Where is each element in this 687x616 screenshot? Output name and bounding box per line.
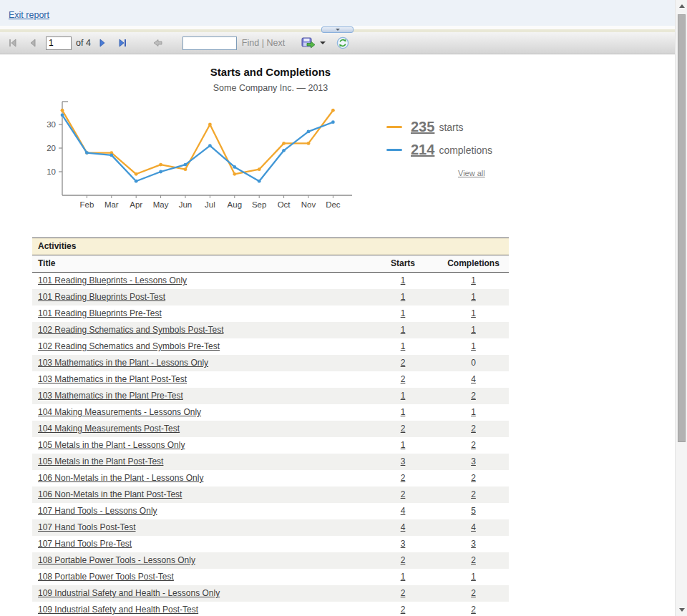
activity-title-link[interactable]: 104 Making Measurements Post-Test [38,424,180,434]
completions-value-link[interactable]: 1 [471,407,476,417]
activity-title-link[interactable]: 104 Making Measurements - Lessons Only [38,407,201,417]
find-link[interactable]: Find [242,38,259,48]
next-link[interactable]: Next [266,38,285,48]
table-row: 109 Industrial Safety and Health - Lesso… [32,585,509,602]
back-to-parent-button[interactable] [151,36,165,50]
activity-title-link[interactable]: 101 Reading Blueprints Pre-Test [38,308,162,318]
starts-value-link[interactable]: 2 [401,605,406,615]
next-page-button[interactable] [95,36,109,50]
completions-value-link[interactable]: 1 [471,292,476,302]
completions-value-link[interactable]: 2 [471,440,476,450]
starts-value-link[interactable]: 1 [401,407,406,417]
completions-data-point [282,149,286,152]
activity-title-link[interactable]: 103 Mathematics in the Plant - Lessons O… [38,358,208,368]
parameters-collapse-handle[interactable] [321,26,354,33]
starts-value-link[interactable]: 1 [401,292,406,302]
view-all-link[interactable]: View all [458,169,485,177]
starts-total-link[interactable]: 235 [411,119,434,135]
activity-title-link[interactable]: 109 Industrial Safety and Health - Lesso… [38,588,220,598]
completions-value-link[interactable]: 1 [471,275,476,285]
x-axis-tick-label: Aug [228,200,242,209]
activity-title-link[interactable]: 105 Metals in the Plant - Lessons Only [38,440,185,450]
activity-title-link[interactable]: 102 Reading Schematics and Symbols Pre-T… [38,341,220,351]
completions-value-link[interactable]: 2 [471,588,476,598]
starts-value-link[interactable]: 1 [401,275,406,285]
starts-value-link[interactable]: 1 [401,391,406,401]
starts-value-link[interactable]: 3 [401,456,406,466]
search-input[interactable] [182,36,237,50]
activity-title-link[interactable]: 106 Non-Metals in the Plant Post-Test [38,489,182,499]
page-count-label: of 4 [76,38,91,48]
activity-title-link[interactable]: 101 Reading Blueprints Post-Test [38,292,165,302]
completions-value-link[interactable]: 2 [471,473,476,483]
completions-value-link[interactable]: 4 [471,522,476,532]
starts-value-link[interactable]: 2 [401,588,406,598]
completions-total-link[interactable]: 214 [411,142,434,158]
completions-value-link[interactable]: 2 [471,605,476,615]
completions-value-link[interactable]: 2 [471,489,476,499]
completions-value-link[interactable]: 1 [471,308,476,318]
completions-value-link[interactable]: 3 [471,456,476,466]
activity-title-link[interactable]: 109 Industrial Safety and Health Post-Te… [38,605,198,615]
report-toolbar: of 4 Find | Next [0,32,675,54]
activity-title-link[interactable]: 107 Hand Tools Pre-Test [38,539,132,549]
completions-value-link[interactable]: 1 [471,572,476,582]
activity-title-link[interactable]: 101 Reading Blueprints - Lessons Only [38,275,187,285]
chevron-down-icon [336,29,340,31]
starts-value-link[interactable]: 2 [401,374,406,384]
table-row: 101 Reading Blueprints Pre-Test11 [32,305,509,322]
starts-value-link[interactable]: 2 [401,489,406,499]
scrollbar-thumb[interactable] [678,14,686,442]
activity-title-link[interactable]: 106 Non-Metals in the Plant - Lessons On… [38,473,203,483]
starts-value-link[interactable]: 2 [401,555,406,565]
activity-title-link[interactable]: 107 Hand Tools - Lessons Only [38,506,157,516]
starts-series-line [62,110,333,174]
scroll-down-button[interactable] [676,604,687,616]
starts-value-link[interactable]: 1 [401,440,406,450]
export-dropdown-caret[interactable] [320,41,326,44]
activity-title-link[interactable]: 105 Metals in the Plant Post-Test [38,456,163,466]
previous-page-button[interactable] [26,36,40,50]
starts-value-link[interactable]: 2 [401,473,406,483]
first-page-icon [8,38,18,48]
starts-value-link[interactable]: 1 [401,572,406,582]
activity-title-link[interactable]: 103 Mathematics in the Plant Post-Test [38,374,187,384]
scroll-up-button[interactable] [676,0,687,12]
starts-value-link[interactable]: 1 [401,325,406,335]
activity-title-link[interactable]: 107 Hand Tools Post-Test [38,522,136,532]
vertical-scrollbar[interactable] [675,0,687,616]
completions-value-link[interactable]: 5 [471,506,476,516]
completions-value-link[interactable]: 2 [471,391,476,401]
activity-title-link[interactable]: 108 Portable Power Tools - Lessons Only [38,555,195,565]
starts-value-link[interactable]: 1 [401,308,406,318]
page-number-input[interactable] [46,36,72,50]
activity-title-link[interactable]: 102 Reading Schematics and Symbols Post-… [38,325,223,335]
starts-value-link[interactable]: 4 [401,506,406,516]
report-body: Starts and Completions Some Company Inc.… [0,54,675,616]
completions-value-link[interactable]: 2 [471,555,476,565]
starts-value-link[interactable]: 2 [401,358,406,368]
starts-value-link[interactable]: 1 [401,341,406,351]
exit-report-link[interactable]: Exit report [9,10,49,20]
arrow-down-icon [679,608,685,612]
first-page-button[interactable] [6,36,20,50]
refresh-button[interactable] [336,36,350,50]
completions-value-link[interactable]: 3 [471,539,476,549]
completions-legend-dash-icon [386,149,402,151]
table-row: 107 Hand Tools - Lessons Only45 [32,503,509,519]
completions-value-link[interactable]: 4 [471,374,476,384]
starts-value-link[interactable]: 3 [401,539,406,549]
x-axis-tick-label: Nov [301,200,316,209]
completions-value-link[interactable]: 1 [471,325,476,335]
activity-title-link[interactable]: 103 Mathematics in the Plant Pre-Test [38,391,183,401]
export-button[interactable] [299,36,318,50]
completions-value-link[interactable]: 1 [471,341,476,351]
completions-value-link[interactable]: 2 [471,424,476,434]
x-axis-tick-label: Apr [130,200,142,209]
starts-value-link[interactable]: 4 [401,522,406,532]
starts-data-point [61,109,64,112]
last-page-button[interactable] [115,36,130,50]
previous-page-icon [28,38,38,48]
activity-title-link[interactable]: 108 Portable Power Tools Post-Test [38,572,174,582]
starts-value-link[interactable]: 2 [401,424,406,434]
